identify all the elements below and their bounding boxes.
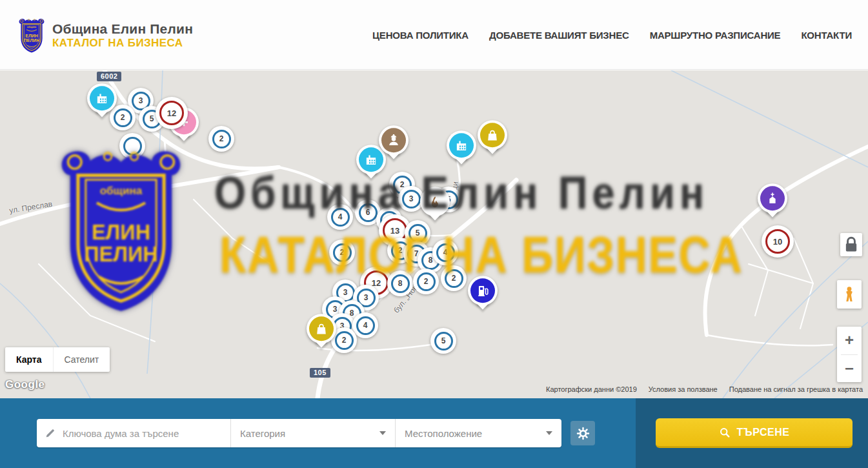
cluster-count: 10 bbox=[765, 229, 790, 254]
search-icon bbox=[719, 427, 731, 438]
zoom-in-button[interactable]: + bbox=[837, 327, 862, 354]
cluster-count: 5 bbox=[409, 224, 427, 243]
cluster-marker[interactable]: 2 bbox=[329, 239, 355, 265]
nav-item[interactable]: ДОБАВЕТЕ ВАШИЯТ БИЗНЕС bbox=[489, 30, 629, 41]
map-attribution: Картографски данни ©2019Условия за ползв… bbox=[546, 385, 863, 393]
markers-layer: 32512223564713522784128223338342510 bbox=[0, 70, 868, 398]
church-icon bbox=[760, 186, 785, 210]
cluster-count: 2 bbox=[333, 243, 352, 262]
nav-item[interactable]: ЦЕНОВА ПОЛИТИКА bbox=[372, 30, 469, 41]
pegman-streetview-button[interactable] bbox=[837, 280, 862, 309]
cluster-marker[interactable]: 4 bbox=[432, 239, 458, 265]
factory-pin-marker[interactable] bbox=[87, 83, 117, 113]
fuel-icon bbox=[470, 278, 495, 303]
category-select[interactable]: Категория bbox=[230, 419, 395, 447]
cluster-marker[interactable]: 10 bbox=[762, 225, 794, 258]
cluster-count bbox=[123, 137, 142, 156]
header: община ЕЛИН ПЕЛИН Община Елин Пелин КАТА… bbox=[0, 0, 868, 70]
bag-pin-marker[interactable] bbox=[307, 314, 336, 343]
search-bar: ТЪРСЕНЕ Категория Местоположение bbox=[0, 398, 868, 468]
crest-text-top: община bbox=[27, 26, 37, 28]
map-type-map-button[interactable]: Карта bbox=[5, 347, 53, 372]
cluster-count: 6 bbox=[359, 203, 378, 222]
search-button[interactable]: ТЪРСЕНЕ bbox=[656, 418, 853, 448]
cluster-count: 4 bbox=[331, 208, 350, 227]
cluster-marker[interactable]: 12 bbox=[156, 97, 188, 129]
cluster-count: 5 bbox=[434, 332, 453, 351]
fullscreen-lock-button[interactable] bbox=[840, 233, 862, 256]
category-select-label: Категория bbox=[240, 428, 285, 439]
google-logo[interactable]: Google bbox=[5, 378, 45, 391]
factory-pin-marker[interactable] bbox=[447, 130, 476, 160]
keyword-input[interactable] bbox=[63, 428, 223, 439]
gear-icon bbox=[576, 427, 590, 440]
site-logo[interactable]: община ЕЛИН ПЕЛИН Община Елин Пелин КАТА… bbox=[17, 17, 193, 54]
cluster-marker[interactable]: 4 bbox=[327, 204, 353, 230]
worker-pin-marker[interactable] bbox=[379, 125, 409, 155]
location-select[interactable]: Местоположение bbox=[395, 419, 561, 447]
cluster-marker[interactable]: 2 bbox=[208, 126, 234, 152]
cluster-count: 2 bbox=[417, 272, 436, 291]
chevron-down-icon bbox=[379, 431, 386, 435]
search-fields: Категория Местоположение bbox=[37, 419, 561, 447]
map-type-control: Карта Сателит bbox=[5, 347, 110, 372]
advanced-settings-button[interactable] bbox=[570, 421, 595, 445]
crest-text-line2: ПЕЛИН bbox=[24, 38, 39, 43]
cluster-count: 2 bbox=[212, 130, 231, 148]
fuel-pin-marker[interactable] bbox=[468, 276, 498, 305]
cluster-marker[interactable]: 2 bbox=[413, 269, 439, 294]
cluster-count: 4 bbox=[356, 316, 375, 335]
cluster-count: 12 bbox=[159, 101, 184, 125]
factory-icon bbox=[449, 133, 474, 158]
municipality-crest-icon: община ЕЛИН ПЕЛИН bbox=[17, 17, 46, 54]
main-nav: ЦЕНОВА ПОЛИТИКАДОБАВЕТЕ ВАШИЯТ БИЗНЕСМАР… bbox=[372, 0, 852, 70]
page: община ЕЛИН ПЕЛИН Община Елин Пелин КАТА… bbox=[0, 0, 868, 468]
zoom-control: + − bbox=[837, 327, 862, 382]
cluster-count: 4 bbox=[436, 243, 455, 262]
keyword-field-wrap bbox=[37, 419, 230, 447]
search-side-panel: ТЪРСЕНЕ bbox=[636, 398, 868, 468]
cluster-marker[interactable] bbox=[119, 133, 145, 159]
cluster-marker[interactable]: 8 bbox=[387, 270, 413, 296]
worker-icon bbox=[381, 128, 406, 152]
factory-icon bbox=[359, 147, 383, 172]
cluster-count: 2 bbox=[114, 108, 132, 127]
pegman-icon bbox=[842, 285, 856, 303]
search-button-label: ТЪРСЕНЕ bbox=[737, 427, 790, 438]
flame-icon bbox=[423, 189, 447, 214]
map-canvas[interactable]: 6002105 ул. Преславбул. „Новоселци 32512… bbox=[0, 70, 868, 398]
bag-icon bbox=[480, 123, 505, 147]
cluster-count: 2 bbox=[445, 269, 463, 288]
nav-item[interactable]: МАРШРУТНО РАЗПИСАНИЕ bbox=[650, 30, 781, 41]
cluster-count: 8 bbox=[391, 274, 410, 293]
cluster-count: 3 bbox=[402, 190, 421, 209]
brand-subtitle: КАТАЛОГ НА БИЗНЕСА bbox=[52, 37, 193, 50]
brand-text: Община Елин Пелин КАТАЛОГ НА БИЗНЕСА bbox=[52, 21, 193, 50]
pencil-icon bbox=[45, 427, 56, 439]
attribution-link[interactable]: Подаване на сигнал за грешка в картата bbox=[729, 385, 863, 393]
nav-item[interactable]: КОНТАКТИ bbox=[801, 30, 852, 41]
cluster-marker[interactable]: 2 bbox=[110, 105, 136, 130]
church-pin-marker[interactable] bbox=[758, 183, 787, 213]
cluster-marker[interactable]: 2 bbox=[441, 265, 467, 291]
location-select-label: Местоположение bbox=[405, 428, 482, 439]
chevron-down-icon bbox=[546, 431, 552, 435]
cluster-marker[interactable]: 5 bbox=[430, 328, 456, 354]
map-data-copyright: Картографски данни ©2019 bbox=[546, 385, 637, 393]
map-type-satellite-button[interactable]: Сателит bbox=[53, 347, 110, 372]
zoom-out-button[interactable]: − bbox=[837, 355, 862, 383]
cluster-count: 2 bbox=[335, 331, 354, 350]
crest-text-line1: ЕЛИН bbox=[25, 34, 37, 38]
flame-pin-marker[interactable] bbox=[420, 187, 450, 216]
brand-title: Община Елин Пелин bbox=[52, 21, 193, 37]
cluster-marker[interactable]: 4 bbox=[352, 312, 378, 338]
factory-icon bbox=[90, 86, 114, 110]
attribution-link[interactable]: Условия за ползване bbox=[649, 385, 718, 393]
bag-pin-marker[interactable] bbox=[478, 120, 507, 150]
bag-icon bbox=[309, 316, 334, 341]
lock-icon bbox=[840, 234, 862, 256]
